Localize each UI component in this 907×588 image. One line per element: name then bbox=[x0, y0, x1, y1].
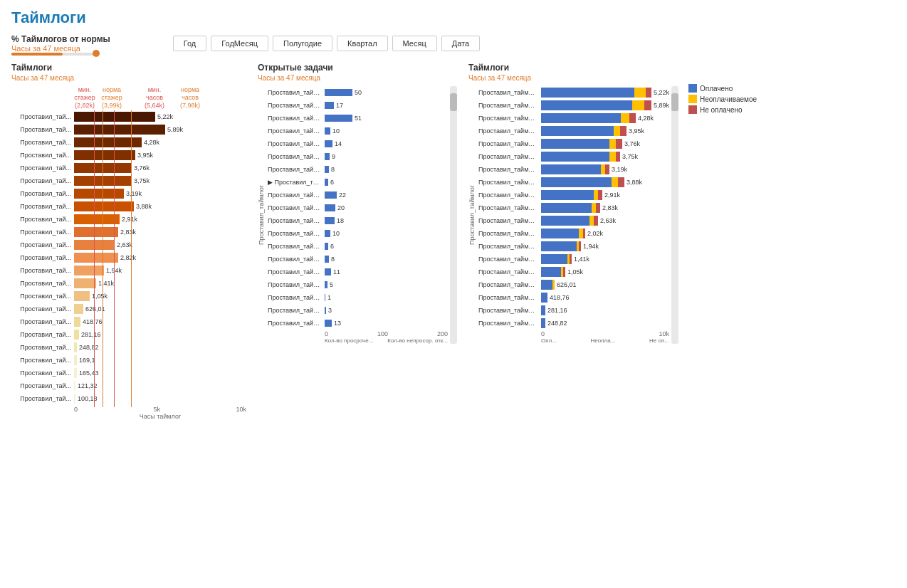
left-bar-label: Проставил_тай... bbox=[11, 395, 74, 402]
left-bar-fill bbox=[74, 342, 77, 352]
right-bar-area: 5,22k bbox=[541, 88, 669, 98]
middle-bar-area: 10 bbox=[325, 229, 446, 238]
middle-bar-row: Проставил_тайм...50 bbox=[268, 86, 448, 98]
filter-slider-thumb[interactable] bbox=[93, 50, 100, 57]
filter-slider[interactable] bbox=[11, 53, 97, 56]
left-bar-value: 248,82 bbox=[79, 344, 99, 351]
left-bar-area: 2,82k bbox=[74, 253, 231, 263]
r-label-neopl: Неопла... bbox=[591, 337, 616, 344]
left-bar-row: Проставил_тай...2,91k bbox=[11, 213, 246, 225]
seg-yellow bbox=[552, 280, 555, 290]
seg-red bbox=[596, 203, 600, 213]
middle-bar-label: Проставил_тайм... bbox=[268, 127, 325, 135]
left-bar-label: Проставил_тай... bbox=[11, 216, 74, 223]
middle-bar-row: Проставил_тайм...10 bbox=[268, 227, 448, 239]
left-bar-area: 1,94k bbox=[74, 266, 231, 275]
left-bar-row: Проставил_тай...418,76 bbox=[11, 315, 246, 327]
legend-box-yellow bbox=[688, 95, 697, 103]
middle-bar-area: 1 bbox=[325, 293, 446, 303]
middle-bar-value: 50 bbox=[355, 89, 362, 96]
left-bar-area: 169,1 bbox=[74, 355, 231, 365]
right-bar-area: 2,91k bbox=[541, 190, 669, 200]
r-label-ne-opl: Не оп... bbox=[649, 337, 669, 344]
filter-btn-quarter[interactable]: Квартал bbox=[337, 36, 388, 51]
right-bar-row: Проставил_таймло...2,91k bbox=[478, 189, 669, 201]
left-bar-area: 165,43 bbox=[74, 368, 231, 378]
left-bar-value: 3,95k bbox=[137, 152, 153, 159]
middle-bar-fill bbox=[325, 140, 332, 147]
middle-bar-fill bbox=[325, 268, 331, 275]
legend-box-red bbox=[688, 105, 697, 114]
right-chart-inner: Таймлоги Часы за 47 месяца Проставил_тай… bbox=[468, 63, 678, 420]
seg-blue bbox=[541, 229, 579, 238]
right-bar-label: Проставил_таймло... bbox=[478, 230, 541, 237]
middle-bar-row: Проставил_тайм...22 bbox=[268, 189, 448, 201]
right-bar-value: 1,94k bbox=[583, 243, 599, 250]
left-bar-label: Проставил_тай... bbox=[11, 331, 74, 338]
charts-row: Таймлоги Часы за 47 месяца мин.стажер(2,… bbox=[11, 63, 896, 420]
left-bar-area: 121,32 bbox=[74, 381, 231, 391]
middle-bar-fill bbox=[325, 243, 328, 250]
left-bar-value: 3,76k bbox=[134, 164, 150, 172]
middle-bar-value: 18 bbox=[337, 217, 344, 224]
middle-bar-area: 8 bbox=[325, 254, 446, 264]
right-bar-row: Проставил_таймло...2,63k bbox=[478, 214, 669, 226]
left-bar-value: 281,16 bbox=[81, 331, 101, 338]
seg-red bbox=[598, 190, 602, 200]
filter-btn-date[interactable]: Дата bbox=[441, 36, 480, 51]
left-bar-label: Проставил_тай... bbox=[11, 164, 74, 172]
middle-bar-area: 6 bbox=[325, 241, 446, 251]
legend-box-blue bbox=[688, 84, 697, 93]
filter-label: % Таймлогов от нормы bbox=[11, 34, 110, 44]
right-bar-value: 3,75k bbox=[622, 153, 638, 160]
middle-bar-value: 8 bbox=[331, 166, 335, 173]
mid-tick-200: 200 bbox=[437, 330, 448, 337]
middle-bar-area: 22 bbox=[325, 190, 446, 200]
axis-tick-10k: 10k bbox=[236, 406, 246, 413]
right-bar-area: 281,16 bbox=[541, 305, 669, 315]
filter-btn-month[interactable]: Месяц bbox=[392, 36, 437, 51]
middle-bar-fill bbox=[325, 256, 329, 263]
middle-scrollbar[interactable] bbox=[450, 86, 457, 344]
middle-bar-label: Проставил_тайм... bbox=[268, 153, 325, 160]
filter-btn-year[interactable]: Год bbox=[173, 36, 207, 51]
left-bar-label: Проставил_тай... bbox=[11, 190, 74, 197]
middle-bars-wrap: Проставил_тайм...50Проставил_тайм...17Пр… bbox=[268, 86, 448, 344]
middle-bars-container: Проставил_тайм...50Проставил_тайм...17Пр… bbox=[268, 86, 448, 329]
middle-bar-label: Проставил_тайм... bbox=[268, 307, 325, 314]
right-bar-row: Проставил_таймло...3,19k bbox=[478, 163, 669, 175]
seg-blue bbox=[541, 100, 632, 110]
right-bar-area: 3,19k bbox=[541, 164, 669, 174]
right-bar-label: Проставил_таймло... bbox=[478, 243, 541, 250]
middle-bar-row: Проставил_тайм...8 bbox=[268, 163, 448, 175]
right-scroll-thumb[interactable] bbox=[671, 93, 678, 111]
left-bar-row: Проставил_тай...2,83k bbox=[11, 226, 246, 238]
left-bar-label: Проставил_тай... bbox=[11, 357, 74, 364]
middle-chart-subtitle: Часы за 47 месяца bbox=[258, 74, 457, 82]
ref-label-norma-stazher: нормастажер(3,99k) bbox=[101, 86, 122, 109]
left-bar-value: 2,82k bbox=[120, 254, 136, 261]
right-bar-value: 3,19k bbox=[612, 166, 627, 173]
right-bar-value: 3,76k bbox=[624, 140, 640, 147]
right-y-label: Проставил_таймлог bbox=[468, 185, 477, 245]
middle-scroll-thumb[interactable] bbox=[450, 93, 457, 111]
middle-bar-area: 6 bbox=[325, 177, 446, 187]
right-bar-area: 1,41k bbox=[541, 254, 669, 264]
r-tick-0: 0 bbox=[541, 330, 545, 337]
legend-label-ne-opl: Не оплачено bbox=[700, 106, 743, 114]
right-bar-value: 3,95k bbox=[629, 127, 644, 135]
left-bar-label: Проставил_тай... bbox=[11, 241, 74, 248]
seg-blue bbox=[541, 241, 577, 251]
middle-bar-value: 10 bbox=[332, 230, 340, 237]
left-bar-fill bbox=[74, 201, 134, 211]
filter-btn-halfyear[interactable]: Полугодие bbox=[273, 36, 332, 51]
middle-bar-area: 8 bbox=[325, 164, 446, 174]
filter-btn-yearmonth[interactable]: ГодМесяц bbox=[211, 36, 268, 51]
right-bar-area: 418,76 bbox=[541, 293, 669, 303]
seg-blue bbox=[541, 152, 609, 162]
vline-min-stazher bbox=[94, 110, 95, 407]
right-scrollbar[interactable] bbox=[671, 86, 678, 344]
left-bar-fill bbox=[74, 266, 104, 275]
seg-red bbox=[644, 100, 651, 110]
left-bar-label: Проставил_тай... bbox=[11, 382, 74, 389]
